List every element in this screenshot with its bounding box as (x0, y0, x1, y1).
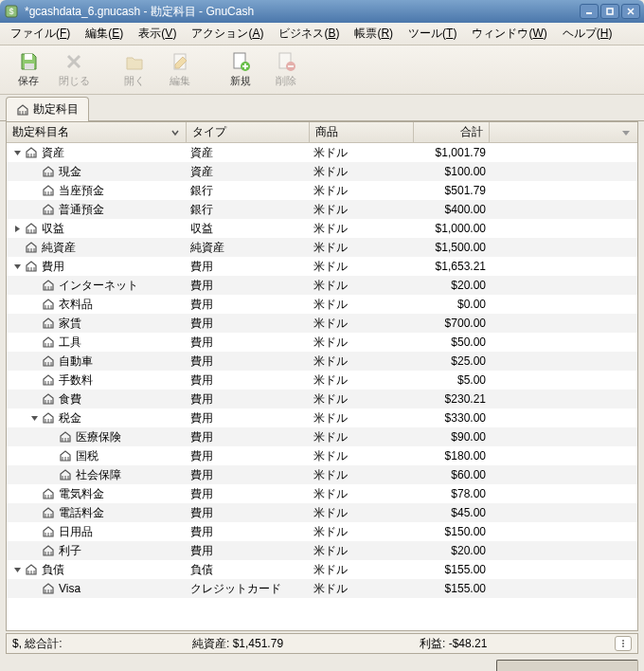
table-row[interactable]: Visaクレジットカード米ドル$155.00 (7, 579, 637, 598)
account-total-cell: $1,001.79 (414, 146, 490, 159)
menu-help[interactable]: ヘルプ(H) (556, 23, 619, 45)
table-row[interactable]: 普通預金銀行米ドル$400.00 (7, 200, 637, 219)
table-row[interactable]: 自動車費用米ドル$25.00 (7, 352, 637, 371)
account-name-cell: 医療保険 (7, 429, 187, 445)
account-name-cell: 国税 (7, 448, 187, 464)
expander-none (12, 243, 23, 253)
summary-menu-button[interactable] (615, 636, 632, 651)
menu-edit[interactable]: 編集(E) (79, 23, 130, 45)
account-icon (25, 563, 38, 576)
column-header-name[interactable]: 勘定科目名 (7, 122, 187, 142)
svg-rect-6 (25, 54, 32, 60)
table-row[interactable]: 衣料品費用米ドル$0.00 (7, 295, 637, 314)
menu-reports[interactable]: 帳票(R) (348, 23, 400, 45)
table-row[interactable]: 医療保険費用米ドル$90.00 (7, 427, 637, 446)
menu-business[interactable]: ビジネス(B) (272, 23, 346, 45)
account-name-label: 純資産 (42, 240, 76, 256)
account-type-cell: 費用 (187, 448, 310, 464)
expander-closed-icon[interactable] (12, 224, 23, 234)
menubar: ファイル(F) 編集(E) 表示(V) アクション(A) ビジネス(B) 帳票(… (0, 23, 644, 45)
expander-none (29, 299, 40, 310)
expander-open-icon[interactable] (12, 148, 23, 158)
table-row[interactable]: 社会保障費用米ドル$60.00 (7, 465, 637, 484)
account-name-cell: 工具 (7, 335, 187, 351)
account-name-label: 資産 (42, 145, 64, 161)
svg-rect-3 (607, 9, 613, 14)
minimize-button[interactable] (580, 4, 599, 19)
account-name-label: 現金 (59, 164, 81, 180)
account-tree[interactable]: 資産資産米ドル$1,001.79現金資産米ドル$100.00当座預金銀行米ドル$… (7, 143, 637, 630)
menu-tools[interactable]: ツール(T) (402, 23, 463, 45)
account-icon (25, 241, 38, 254)
table-row[interactable]: 利子費用米ドル$20.00 (7, 541, 637, 560)
account-icon (25, 222, 38, 235)
account-icon (42, 336, 55, 349)
toolbar: 保存 閉じる 開く 編集 新規 削除 (0, 45, 644, 95)
account-total-cell: $20.00 (414, 279, 490, 292)
table-row[interactable]: 負債負債米ドル$155.00 (7, 560, 637, 579)
table-row[interactable]: 純資産純資産米ドル$1,500.00 (7, 238, 637, 257)
table-row[interactable]: 費用費用米ドル$1,653.21 (7, 257, 637, 276)
table-row[interactable]: 収益収益米ドル$1,000.00 (7, 219, 637, 238)
maximize-button[interactable] (600, 4, 619, 19)
table-row[interactable]: 現金資産米ドル$100.00 (7, 162, 637, 181)
expander-none (29, 186, 40, 196)
menu-view[interactable]: 表示(V) (132, 23, 183, 45)
expander-open-icon[interactable] (29, 413, 40, 424)
summary-profit: 利益: -$48.21 (420, 636, 615, 652)
account-name-label: 日用品 (59, 524, 93, 540)
expander-open-icon[interactable] (12, 565, 23, 575)
column-header-total[interactable]: 合計 (414, 122, 490, 142)
account-commodity-cell: 米ドル (310, 372, 414, 389)
table-row[interactable]: 当座預金銀行米ドル$501.79 (7, 181, 637, 200)
menu-actions[interactable]: アクション(A) (185, 23, 270, 45)
account-name-cell: 日用品 (7, 524, 187, 540)
column-config-button[interactable] (490, 122, 637, 142)
account-commodity-cell: 米ドル (310, 581, 414, 597)
toolbar-save-button[interactable]: 保存 (6, 47, 51, 93)
table-row[interactable]: インターネット費用米ドル$20.00 (7, 276, 637, 295)
account-name-cell: 利子 (7, 543, 187, 559)
account-icon (42, 487, 55, 500)
expander-none (29, 584, 40, 594)
account-name-label: 電話料金 (59, 505, 104, 521)
account-name-cell: 当座預金 (7, 183, 187, 199)
account-icon (42, 525, 55, 538)
account-name-cell: 負債 (7, 562, 187, 578)
column-header-commodity[interactable]: 商品 (310, 122, 414, 142)
account-total-cell: $330.00 (414, 411, 490, 425)
account-total-cell: $0.00 (414, 298, 490, 311)
expander-none (29, 546, 40, 556)
expander-none (29, 489, 40, 499)
account-commodity-cell: 米ドル (310, 448, 414, 464)
table-row[interactable]: 電気料金費用米ドル$78.00 (7, 484, 637, 503)
table-row[interactable]: 手数料費用米ドル$5.00 (7, 371, 637, 390)
expander-none (29, 318, 40, 329)
table-row[interactable]: 日用品費用米ドル$150.00 (7, 522, 637, 541)
column-header-type[interactable]: タイプ (187, 122, 310, 142)
toolbar-delete-button: 削除 (263, 47, 309, 93)
expander-open-icon[interactable] (12, 262, 23, 272)
tabbar: 勘定科目 (0, 95, 644, 121)
menu-file[interactable]: ファイル(F) (4, 23, 77, 45)
table-row[interactable]: 工具費用米ドル$50.00 (7, 333, 637, 352)
expander-none (46, 470, 57, 481)
table-row[interactable]: 資産資産米ドル$1,001.79 (7, 143, 637, 162)
account-total-cell: $60.00 (414, 468, 490, 481)
table-row[interactable]: 税金費用米ドル$330.00 (7, 408, 637, 427)
menu-windows[interactable]: ウィンドウ(W) (465, 23, 553, 45)
table-row[interactable]: 国税費用米ドル$180.00 (7, 446, 637, 465)
account-name-label: 普通預金 (59, 202, 104, 218)
chevron-down-icon (170, 128, 180, 137)
table-row[interactable]: 電話料金費用米ドル$45.00 (7, 503, 637, 522)
account-name-label: 手数料 (59, 372, 93, 389)
table-row[interactable]: 家賃費用米ドル$700.00 (7, 314, 637, 333)
expander-none (29, 167, 40, 177)
table-row[interactable]: 食費費用米ドル$230.21 (7, 390, 637, 408)
tab-accounts[interactable]: 勘定科目 (6, 97, 89, 121)
account-name-cell: 食費 (7, 391, 187, 408)
summary-bar: $, 総合計: 純資産: $1,451.79 利益: -$48.21 (6, 633, 638, 654)
toolbar-new-button[interactable]: 新規 (218, 47, 263, 93)
close-button[interactable] (621, 4, 640, 19)
account-name-label: 食費 (59, 391, 81, 408)
